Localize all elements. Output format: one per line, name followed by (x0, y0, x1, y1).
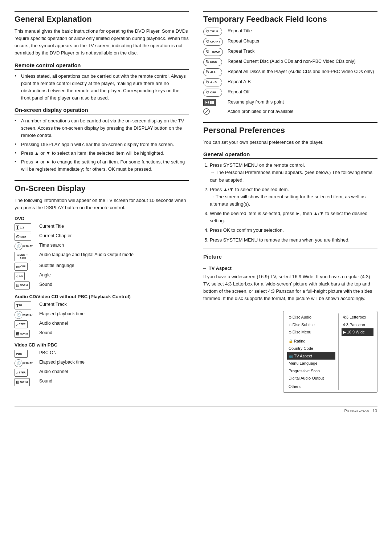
osd-stereo-label: Audio channel (39, 320, 189, 327)
fb-row-off: ↻ OFF Repeat Off (203, 89, 377, 97)
osd-time-label: Time search (39, 242, 189, 249)
osd-sound-label: Sound (39, 281, 189, 288)
osd-row-sound: ▤ NORM. Sound (15, 281, 189, 289)
menu-item-tv-aspect[interactable]: 📺 TV Aspect (287, 352, 335, 360)
fb-title-label: Repeat Title (228, 28, 377, 34)
menu-item-country-code[interactable]: Country Code (287, 345, 335, 352)
prefs-intro: You can set your own personal preference… (203, 139, 377, 146)
onscreen-display-heading: On-screen display operation (15, 107, 189, 114)
step-1: Press SYSTEM MENU on the remote control.… (210, 162, 377, 183)
fb-resume-label: Resume play from this point (228, 99, 377, 105)
menu-item-menu-language[interactable]: Menu Language (287, 360, 335, 367)
section-feedback: Temporary Feedback Field Icons ↻ TITLE R… (203, 11, 377, 115)
subtitle-icon: ▭ OFF (15, 263, 36, 271)
picture-heading: Picture (203, 254, 377, 261)
repeat-title-icon: ↻ TITLE (203, 28, 223, 36)
section-personal-prefs: Personal Preferences You can set your ow… (203, 122, 377, 393)
osd-row-pbc: PBC PBC ON (15, 350, 189, 358)
audio-icon: 1 ENG ▪▪▪ 6 CH (15, 252, 36, 261)
osd-pbc-sound-label: Sound (39, 378, 189, 385)
fb-off-label: Repeat Off (228, 89, 377, 95)
list-item: A number of operations can be carried ou… (15, 117, 189, 139)
osd-row-pbc-audio: ♪ STER. Audio channel (15, 369, 189, 377)
audio-cd-heading: Audio CD/Video CD without PBC (Playback … (15, 294, 189, 299)
fb-row-ab: ↻ A · B Repeat A-B (203, 78, 377, 86)
remote-control-list: Unless stated, all operations can be car… (15, 73, 189, 102)
page-number: 13 (372, 409, 377, 413)
menu-item-panscan[interactable]: 4:3 Panscan (342, 321, 373, 329)
osd-title: On-Screen Display (15, 180, 189, 193)
menu-item-disc-subtitle[interactable]: ⊙ Disc Subtitle (287, 321, 335, 329)
step-5: Press SYSTEM MENU to remove the menu whe… (210, 236, 377, 244)
osd-row-angle: ⟐ 1/1 Angle (15, 272, 189, 280)
menu-item-others[interactable]: Others (287, 383, 335, 390)
general-op-heading: General operation (203, 151, 377, 159)
osd-chapter-label: Current Chapter (39, 233, 189, 239)
fb-prohibited-label: Action prohibited or not available (228, 108, 377, 115)
fb-row-resume: ⏮ ▮▮ Resume play from this point (203, 99, 377, 106)
fb-all-label: Repeat All Discs in the Player (Audio CD… (228, 68, 377, 75)
osd-pbc-elapsed-label: Elapsed playback time (39, 359, 189, 366)
general-intro: This manual gives the basic instructions… (15, 28, 189, 57)
osd-row-title: T̲ 1/3 Current Title (15, 223, 189, 231)
fb-row-title: ↻ TITLE Repeat Title (203, 28, 377, 36)
resume-icon: ⏮ ▮▮ (203, 99, 223, 106)
osd-row-norm: ▤ NORM. Sound (15, 330, 189, 338)
list-item: Unless stated, all operations can be car… (15, 73, 189, 102)
feedback-title: Temporary Feedback Field Icons (203, 11, 377, 24)
clock-icon: 🕐 (15, 242, 23, 250)
osd-subtitle-label: Subtitle language (39, 263, 189, 269)
general-title: General Explanation (15, 11, 189, 24)
menu-item-169-wide[interactable]: ▶ 16:9 Wide (342, 328, 373, 336)
prohibited-icon (203, 108, 210, 115)
prep-label: Preparation (344, 409, 369, 413)
fb-chapt-label: Repeat Chapter (228, 38, 377, 44)
list-item: Press ◄ or ► to change the setting of an… (15, 158, 189, 173)
osd-row-audio: 1 ENG ▪▪▪ 6 CH Audio language and Digita… (15, 252, 189, 261)
fb-ab-label: Repeat A-B (228, 78, 377, 85)
osd-angle-label: Angle (39, 272, 189, 279)
menu-item-rating[interactable]: 🔒 Rating (287, 337, 335, 345)
fb-row-track: ↻ TRACK Repeat Track (203, 48, 377, 56)
osd-row-subtitle: ▭ OFF Subtitle language (15, 263, 189, 271)
menu-item-letterbox[interactable]: 4:3 Letterbox (342, 313, 373, 321)
repeat-disc-icon: ↻ DISC (203, 58, 223, 66)
track-icon: T̲ 1/4 (15, 301, 36, 309)
fb-row-chapt: ↻ CHAPT Repeat Chapter (203, 38, 377, 46)
feedback-table: ↻ TITLE Repeat Title ↻ CHAPT Repeat Ch (203, 28, 377, 115)
fb-disc-label: Repeat Current Disc (Audio CDs and non-P… (228, 58, 377, 65)
menu-item-progressive-scan[interactable]: Progressive Scan (287, 367, 335, 375)
osd-row-pbc-elapsed: 🕐 0:16:57 Elapsed playback time (15, 359, 189, 367)
video-cd-table: PBC PBC ON 🕐 0:16:57 Elapsed (15, 350, 189, 386)
osd-row-pbc-sound: ▤ NORM. Sound (15, 378, 189, 386)
menu-item-disc-audio[interactable]: ⊙ Disc Audio (287, 313, 335, 321)
fb-row-prohibited: Action prohibited or not available (203, 108, 377, 115)
pbc-stereo-icon: ♪ STER. (15, 369, 36, 377)
step-2: Press ▲/▼ to select the desired item. →T… (210, 186, 377, 208)
pbc-icon: PBC (15, 350, 36, 358)
pbc-norm-icon: ▤ NORM. (15, 378, 36, 386)
prohibited-icon-wrap (203, 108, 223, 115)
step-4: Press OK to confirm your selection. (210, 227, 377, 234)
preferences-menu: ⊙ Disc Audio ⊙ Disc Subtitle ⊙ Disc Menu (283, 311, 377, 393)
list-item: Press ▲ or ▼ to select an item; the sele… (15, 150, 189, 157)
elapsed-clock-icon: 🕐 0:16:57 (15, 311, 36, 319)
menu-right-panel: 4:3 Letterbox 4:3 Panscan ▶ 16:9 Wide (339, 313, 373, 390)
stereo-icon: ♪ STER. (15, 320, 36, 328)
menu-item-disc-menu[interactable]: ⊙ Disc Menu (287, 328, 335, 336)
osd-row-chapter: ⊙ 1/12 Current Chapter (15, 233, 189, 241)
osd-intro: The following information will appear on… (15, 197, 189, 211)
sound-icon: ▤ NORM. (15, 281, 36, 289)
pbc-clock-icon: 🕐 0:16:57 (15, 359, 36, 367)
angle-icon: ⟐ 1/1 (15, 272, 36, 280)
remote-control-heading: Remote control operation (15, 62, 189, 70)
osd-audio-label: Audio language and Digital Audio Output … (39, 252, 189, 258)
page-footer: Preparation 13 (15, 406, 377, 413)
video-cd-pbc-heading: Video CD with PBC (15, 342, 189, 348)
section-osd: On-Screen Display The following informat… (15, 180, 189, 386)
onscreen-display-list: A number of operations can be carried ou… (15, 117, 189, 173)
title-icon: T̲ 1/3 (15, 223, 36, 231)
picture-divider (203, 248, 377, 248)
dvd-heading: DVD (15, 216, 189, 221)
menu-item-digital-audio[interactable]: Digital Audio Output (287, 374, 335, 382)
